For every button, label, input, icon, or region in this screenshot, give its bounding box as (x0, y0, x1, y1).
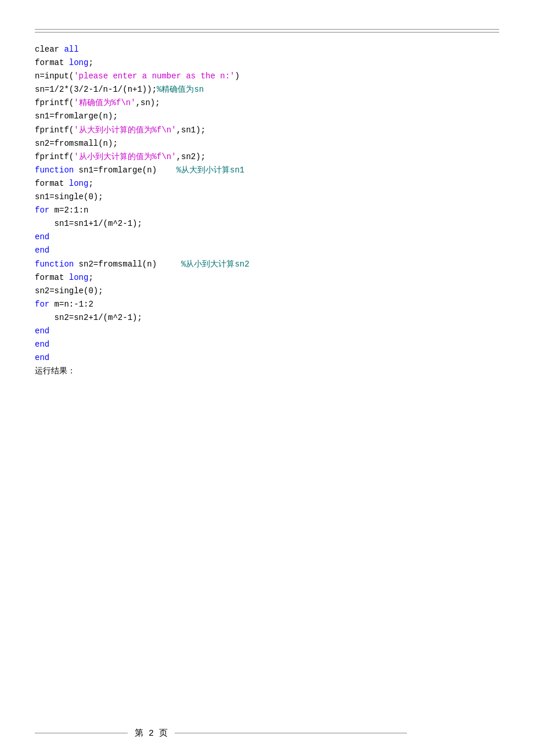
code-line-24: end (35, 351, 499, 365)
code-keyword: function (35, 165, 74, 175)
code-comment: %精确值为sn (157, 85, 204, 94)
code-line-15: end (35, 231, 499, 244)
code-line-17: function sn2=fromsmall(n) %从小到大计算sn2 (35, 258, 499, 271)
divider-line-1 (35, 29, 499, 30)
code-line-22: end (35, 325, 499, 338)
code-keyword: long (69, 179, 89, 188)
code-keyword: all (64, 45, 78, 54)
code-keyword: end (35, 340, 49, 349)
code-line-13: for m=2:1:n (35, 204, 499, 217)
code-line-23: end (35, 338, 499, 351)
page-container: clear all format long; n=input('please e… (0, 0, 534, 756)
code-keyword: for (35, 300, 49, 309)
code-line-12: sn1=single(0); (35, 190, 499, 204)
code-text: sn2=single(0); (35, 286, 103, 296)
footer-content: 第 2 页 (35, 728, 499, 739)
code-line-4: sn=1/2*(3/2-1/n-1/(n+1));%精确值为sn (35, 83, 499, 96)
code-text: m=2:1:n (49, 206, 88, 215)
code-comment: %从大到小计算sn1 (167, 165, 244, 175)
code-text: sn2=sn2+1/(m^2-1); (35, 313, 142, 322)
code-text: 运行结果： (35, 366, 75, 376)
code-comment: %从小到大计算sn2 (171, 260, 249, 269)
code-text: ; (88, 273, 93, 282)
code-keyword: for (35, 206, 49, 215)
code-text: sn2=fromsmall(n); (35, 139, 118, 148)
code-text: clear (35, 45, 64, 54)
code-string: '精确值为%f\n' (74, 98, 135, 107)
code-text: sn=1/2*(3/2-1/n-1/(n+1)); (35, 85, 157, 94)
code-keyword: long (69, 58, 89, 67)
page-footer: 第 2 页 (0, 728, 534, 739)
code-text: sn2=fromsmall(n) (74, 260, 171, 269)
code-text: fprintf( (35, 125, 74, 135)
code-text: ,sn1); (176, 125, 205, 135)
code-line-19: sn2=single(0); (35, 285, 499, 298)
footer-left-line (35, 733, 128, 733)
code-text: sn1=fromlarge(n); (35, 111, 118, 121)
top-dividers (35, 29, 499, 34)
code-text: format (35, 58, 69, 67)
code-text: sn1=fromlarge(n) (74, 165, 167, 175)
code-text: sn1=single(0); (35, 192, 103, 201)
code-line-18: format long; (35, 271, 499, 285)
code-string: '从大到小计算的值为%f\n' (74, 125, 176, 135)
code-text: ; (88, 58, 93, 67)
code-line-8: sn2=fromsmall(n); (35, 137, 499, 150)
top-header-area (0, 0, 534, 34)
code-area: clear all format long; n=input('please e… (0, 43, 534, 378)
code-string: '从小到大计算的值为%f\n' (74, 152, 176, 161)
code-line-5: fprintf('精确值为%f\n',sn); (35, 96, 499, 110)
code-text: ,sn); (136, 98, 160, 107)
code-text: fprintf( (35, 98, 74, 107)
code-text: ,sn2); (176, 152, 205, 161)
code-keyword: function (35, 260, 74, 269)
code-text: ; (88, 179, 93, 188)
code-line-1: clear all (35, 43, 499, 56)
code-line-10: function sn1=fromlarge(n) %从大到小计算sn1 (35, 164, 499, 177)
code-string: 'please enter a number as the n:' (74, 71, 234, 81)
code-line-20: for m=n:-1:2 (35, 298, 499, 311)
code-keyword: end (35, 246, 49, 255)
code-text: m=n:-1:2 (49, 300, 93, 309)
code-line-9: fprintf('从小到大计算的值为%f\n',sn2); (35, 150, 499, 164)
code-line-11: format long; (35, 177, 499, 190)
code-text: format (35, 273, 69, 282)
code-line-25: 运行结果： (35, 365, 499, 378)
footer-page-label: 第 2 页 (128, 728, 175, 739)
code-line-16: end (35, 244, 499, 257)
code-line-7: fprintf('从大到小计算的值为%f\n',sn1); (35, 124, 499, 137)
code-keyword: long (69, 273, 89, 282)
code-text: ) (234, 71, 239, 81)
code-text: format (35, 179, 69, 188)
code-line-14: sn1=sn1+1/(m^2-1); (35, 217, 499, 231)
code-keyword: end (35, 326, 49, 336)
divider-line-2 (35, 32, 499, 33)
code-line-2: format long; (35, 56, 499, 70)
code-line-6: sn1=fromlarge(n); (35, 110, 499, 123)
code-line-3: n=input('please enter a number as the n:… (35, 70, 499, 83)
code-line-21: sn2=sn2+1/(m^2-1); (35, 311, 499, 325)
code-text: sn1=sn1+1/(m^2-1); (35, 219, 142, 228)
code-keyword: end (35, 232, 49, 242)
footer-right-line (175, 733, 407, 733)
code-text: n=input( (35, 71, 74, 81)
code-text: fprintf( (35, 152, 74, 161)
code-keyword: end (35, 353, 49, 362)
